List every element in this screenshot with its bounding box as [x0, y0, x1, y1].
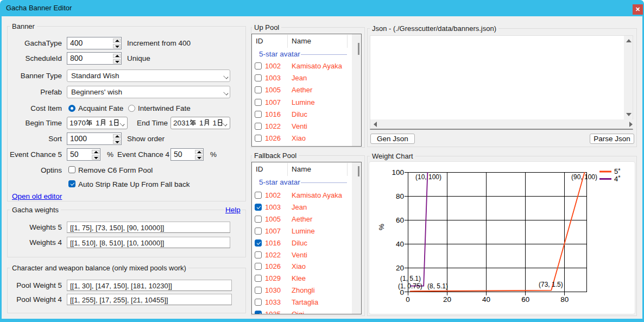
svg-text:(1, 0.75): (1, 0.75): [398, 282, 422, 290]
svg-text:40: 40: [482, 295, 490, 304]
svg-text:100: 100: [392, 168, 404, 176]
svg-text:(10, 100): (10, 100): [415, 173, 441, 181]
svg-text:(1, 5.1): (1, 5.1): [400, 275, 421, 282]
svg-text:80: 80: [396, 192, 404, 200]
svg-text:20: 20: [396, 264, 404, 272]
svg-text:4*: 4*: [614, 174, 621, 183]
svg-text:0: 0: [406, 295, 410, 304]
svg-text:%: %: [377, 224, 386, 230]
svg-text:60: 60: [521, 295, 529, 304]
svg-text:80: 80: [560, 295, 569, 304]
svg-text:(8, 5.1): (8, 5.1): [427, 282, 448, 290]
svg-text:(90, 100): (90, 100): [571, 173, 597, 181]
svg-text:40: 40: [396, 240, 404, 248]
svg-text:60: 60: [396, 216, 404, 224]
svg-text:20: 20: [443, 295, 451, 304]
svg-text:(73, 1.5): (73, 1.5): [539, 281, 563, 288]
